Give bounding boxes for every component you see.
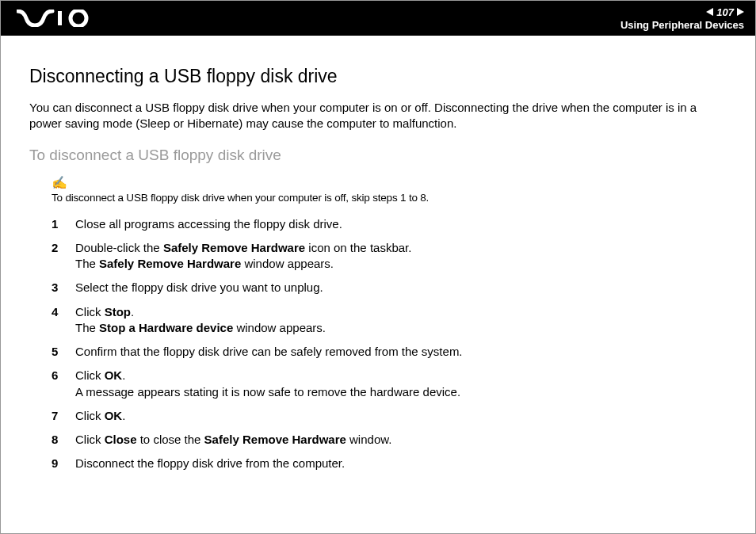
step-text: Click OK.A message appears stating it is… bbox=[75, 368, 727, 400]
step-text: Close all programs accessing the floppy … bbox=[75, 216, 727, 232]
step-text: Click OK. bbox=[75, 408, 727, 424]
step-item: 4Click Stop.The Stop a Hardware device w… bbox=[52, 304, 727, 337]
step-text: Double-click the Safely Remove Hardware … bbox=[75, 240, 727, 273]
svg-rect-0 bbox=[58, 11, 62, 25]
header-right: 107 Using Peripheral Devices bbox=[620, 6, 744, 31]
step-item: 2Double-click the Safely Remove Hardware… bbox=[52, 240, 727, 273]
note-icon: ✍ bbox=[52, 175, 727, 190]
page-nav: 107 bbox=[706, 6, 744, 18]
page-title: Disconnecting a USB floppy disk drive bbox=[29, 66, 727, 87]
next-page-arrow-icon[interactable] bbox=[737, 8, 744, 16]
note-text: To disconnect a USB floppy disk drive wh… bbox=[52, 192, 727, 204]
vaio-logo bbox=[17, 10, 93, 27]
step-text: Select the floppy disk drive you want to… bbox=[75, 280, 727, 296]
step-number: 5 bbox=[52, 344, 75, 360]
step-item: 7Click OK. bbox=[52, 408, 727, 424]
note-block: ✍ To disconnect a USB floppy disk drive … bbox=[52, 175, 727, 204]
content: Disconnecting a USB floppy disk drive Yo… bbox=[1, 36, 755, 496]
step-item: 9Disconnect the floppy disk drive from t… bbox=[52, 456, 727, 471]
page-number: 107 bbox=[716, 6, 734, 18]
steps-list: 1Close all programs accessing the floppy… bbox=[52, 216, 727, 472]
step-item: 6Click OK.A message appears stating it i… bbox=[52, 368, 727, 400]
header-bar: 107 Using Peripheral Devices bbox=[1, 1, 755, 36]
step-number: 2 bbox=[52, 240, 75, 256]
step-number: 4 bbox=[52, 304, 75, 320]
step-number: 3 bbox=[52, 280, 75, 296]
step-item: 1Close all programs accessing the floppy… bbox=[52, 216, 727, 232]
procedure-subtitle: To disconnect a USB floppy disk drive bbox=[29, 147, 727, 164]
step-item: 5Confirm that the floppy disk drive can … bbox=[52, 344, 727, 360]
svg-point-1 bbox=[71, 10, 86, 26]
step-number: 6 bbox=[52, 368, 75, 383]
step-text: Click Stop.The Stop a Hardware device wi… bbox=[75, 304, 727, 337]
step-number: 7 bbox=[52, 408, 75, 424]
prev-page-arrow-icon[interactable] bbox=[706, 8, 713, 16]
step-item: 8Click Close to close the Safely Remove … bbox=[52, 432, 727, 448]
step-text: Confirm that the floppy disk drive can b… bbox=[75, 344, 727, 360]
step-number: 9 bbox=[52, 456, 75, 471]
step-text: Disconnect the floppy disk drive from th… bbox=[75, 456, 727, 471]
step-item: 3Select the floppy disk drive you want t… bbox=[52, 280, 727, 296]
section-title: Using Peripheral Devices bbox=[620, 19, 744, 31]
step-number: 1 bbox=[52, 216, 75, 232]
step-text: Click Close to close the Safely Remove H… bbox=[75, 432, 727, 448]
step-number: 8 bbox=[52, 432, 75, 448]
intro-paragraph: You can disconnect a USB floppy disk dri… bbox=[29, 100, 727, 132]
